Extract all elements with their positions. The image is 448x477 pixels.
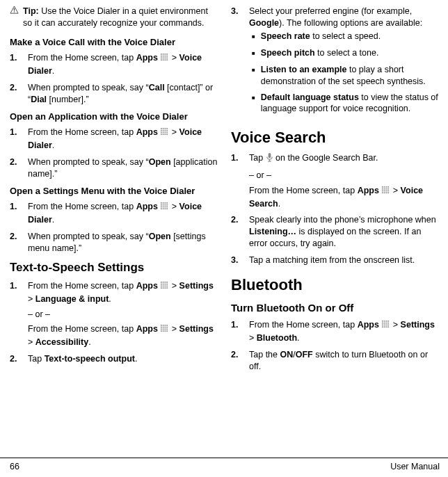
list-item: 2. Tap the ON/OFF switch to turn Bluetoo… (231, 349, 440, 373)
heading-make-call: Make a Voice Call with the Voice Dialer (10, 36, 218, 49)
list-item: 1. From the Home screen, tap Apps > Voic… (10, 127, 218, 152)
engine-options: ■Speech rate to select a speed. ■Speech … (249, 31, 440, 115)
caution-icon (10, 6, 19, 29)
apps-icon (160, 127, 169, 140)
list-item: 2. Speak clearly into the phone’s microp… (231, 214, 440, 250)
apps-icon (381, 320, 390, 332)
engine-list: 3. Select your preferred engine (for exa… (231, 6, 440, 119)
list-item: ■Default language status to view the sta… (249, 92, 440, 115)
apps-icon (160, 202, 169, 214)
list-item: 2. When prompted to speak, say “Call [co… (10, 82, 218, 106)
heading-bt-onoff: Turn Bluetooth On or Off (231, 301, 440, 315)
tip-text: Tip: Use the Voice Dialer in a quiet env… (23, 6, 218, 29)
bluetooth-list: 1. From the Home screen, tap Apps > Sett… (231, 319, 440, 373)
heading-bluetooth: Bluetooth (231, 275, 440, 296)
heading-voice-search: Voice Search (231, 127, 440, 148)
list-item: 1. From the Home screen, tap Apps > Sett… (231, 319, 440, 344)
or-separator: – or – (28, 309, 218, 321)
heading-tts: Text-to-Speech Settings (10, 260, 218, 276)
voice-search-list: 1. Tap on the Google Search Bar. – or – … (231, 152, 440, 266)
page-footer: 66 User Manual (0, 458, 448, 477)
list-item: ■Speech rate to select a speed. (249, 31, 440, 43)
right-column: 3. Select your preferred engine (for exa… (231, 6, 440, 452)
square-bullet-icon: ■ (252, 92, 255, 115)
square-bullet-icon: ■ (252, 31, 255, 43)
tts-list: 1. From the Home screen, tap Apps > Sett… (10, 280, 218, 365)
tip-block: Tip: Use the Voice Dialer in a quiet env… (10, 6, 218, 29)
apps-icon (160, 281, 169, 293)
or-separator: – or – (249, 170, 440, 181)
list-item: 2. Tap Text-to-speech output. (10, 353, 218, 365)
apps-icon (160, 324, 169, 337)
page-content: Tip: Use the Voice Dialer in a quiet env… (0, 0, 448, 452)
square-bullet-icon: ■ (252, 64, 255, 88)
list-item: 1. Tap on the Google Search Bar. – or – … (231, 152, 440, 210)
apps-icon (160, 53, 169, 65)
page-number: 66 (10, 461, 19, 473)
left-column: Tip: Use the Voice Dialer in a quiet env… (10, 6, 218, 452)
apps-icon (381, 186, 390, 198)
list-item: 2. When prompted to speak, say “Open [ap… (10, 156, 218, 180)
list-item: 2. When prompted to speak, say “Open [se… (10, 231, 218, 254)
heading-open-app: Open an Application with the Voice Diale… (10, 111, 218, 123)
make-call-list: 1. From the Home screen, tap Apps > Voic… (10, 52, 218, 106)
footer-label: User Manual (390, 461, 440, 473)
list-item: ■Speech pitch to select a tone. (249, 47, 440, 60)
open-settings-list: 1. From the Home screen, tap Apps > Voic… (10, 201, 218, 254)
list-item: 3. Select your preferred engine (for exa… (231, 6, 440, 119)
mic-icon (266, 152, 273, 166)
heading-open-settings: Open a Settings Menu with the Voice Dial… (10, 185, 218, 197)
list-item: ■Listen to an example to play a short de… (249, 64, 440, 88)
list-item: 1. From the Home screen, tap Apps > Sett… (10, 280, 218, 348)
square-bullet-icon: ■ (252, 47, 255, 60)
open-app-list: 1. From the Home screen, tap Apps > Voic… (10, 127, 218, 180)
list-item: 1. From the Home screen, tap Apps > Voic… (10, 52, 218, 77)
list-item: 1. From the Home screen, tap Apps > Voic… (10, 201, 218, 226)
list-item: 3. Tap a matching item from the onscreen… (231, 254, 440, 266)
